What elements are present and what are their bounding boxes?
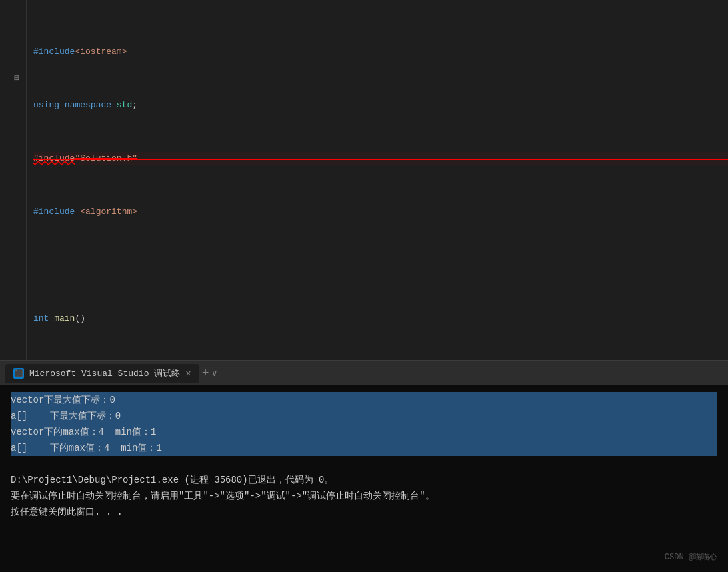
code-line-6: int main() [33, 312, 728, 325]
terminal-line-5 [11, 456, 717, 472]
code-editor: ⊟ #include<iostream> using namespace std… [0, 0, 728, 360]
code-line-2: using namespace std; [33, 99, 728, 112]
terminal-tabs: ⬛ Microsoft Visual Studio 调试终 ✕ + ∨ [0, 361, 728, 385]
watermark: CSDN @喵喵心 [665, 549, 717, 565]
terminal-line-2: a[] 下最大值下标：0 [11, 408, 717, 424]
code-line-5 [33, 259, 728, 272]
terminal-tab-close[interactable]: ✕ [185, 367, 191, 379]
code-line-4: #include <algorithm> [33, 205, 728, 219]
terminal-tab-label: Microsoft Visual Studio 调试终 [29, 367, 180, 379]
terminal-container: ⬛ Microsoft Visual Studio 调试终 ✕ + ∨ vect… [0, 360, 728, 572]
terminal-output: vector下最大值下标：0 a[] 下最大值下标：0 vector下的max值… [0, 385, 728, 572]
terminal-line-1: vector下最大值下标：0 [11, 392, 717, 408]
line-numbers: ⊟ [0, 0, 27, 360]
code-line-3: #include"Solution.h" [33, 152, 728, 165]
terminal-tab-icon: ⬛ [13, 368, 24, 379]
terminal-line-8: 按任意键关闭此窗口. . . [11, 504, 717, 520]
terminal-line-6: D:\Project1\Debug\Project1.exe (进程 35680… [11, 472, 717, 488]
terminal-line-4: a[] 下的max值：4 min值：1 [11, 440, 717, 456]
terminal-line-7: 要在调试停止时自动关闭控制台，请启用"工具"->"选项"->"调试"->"调试停… [11, 488, 717, 504]
code-area[interactable]: #include<iostream> using namespace std; … [27, 0, 728, 360]
terminal-chevron[interactable]: ∨ [211, 367, 217, 379]
terminal-line-3: vector下的max值：4 min值：1 [11, 424, 717, 440]
code-line-1: #include<iostream> [33, 45, 728, 59]
terminal-add-tab[interactable]: + [202, 367, 209, 380]
terminal-tab-main[interactable]: ⬛ Microsoft Visual Studio 调试终 ✕ [5, 364, 199, 383]
